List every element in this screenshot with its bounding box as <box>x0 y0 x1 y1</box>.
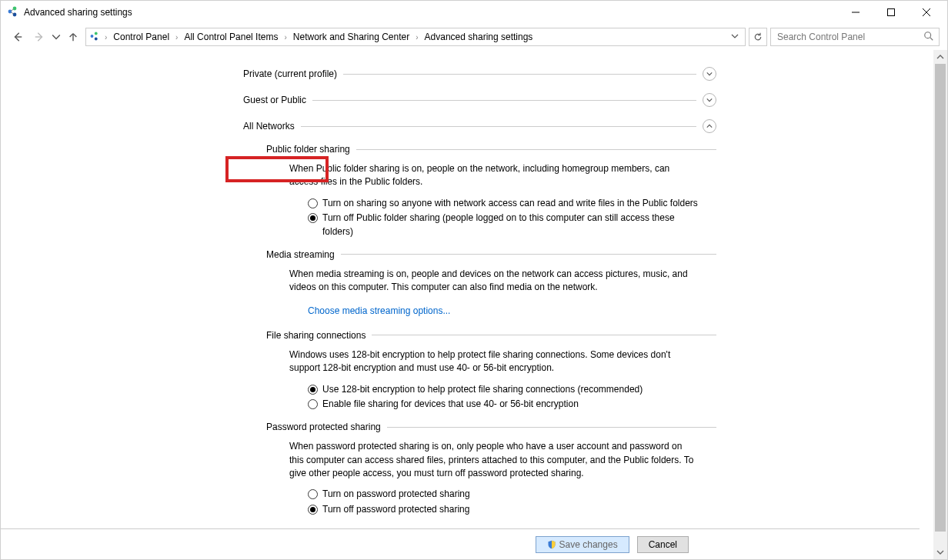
maximize-button[interactable] <box>873 1 909 24</box>
chevron-right-icon: › <box>282 33 288 42</box>
search-input[interactable] <box>776 31 906 43</box>
section-media-streaming: Media streaming <box>266 249 716 260</box>
breadcrumb-item[interactable]: Network and Sharing Center <box>292 30 411 44</box>
chevron-up-icon[interactable] <box>703 119 716 133</box>
refresh-button[interactable] <box>749 28 767 46</box>
section-public-folder-sharing: Public folder sharing <box>266 144 716 155</box>
media-description: When media streaming is on, people and d… <box>289 268 697 295</box>
scroll-down-icon[interactable] <box>933 545 947 559</box>
vertical-scrollbar[interactable] <box>933 50 947 559</box>
section-heading: Public folder sharing <box>266 144 356 155</box>
radio-icon <box>308 505 318 515</box>
address-bar[interactable]: › Control Panel › All Control Panel Item… <box>85 28 746 46</box>
svg-line-4 <box>12 12 14 14</box>
pps-description: When password protected sharing is on, o… <box>289 440 697 480</box>
shield-icon <box>547 540 556 549</box>
cancel-button[interactable]: Cancel <box>637 536 689 553</box>
fsc-description: Windows uses 128-bit encryption to help … <box>289 348 697 375</box>
address-dropdown-icon[interactable] <box>728 32 742 42</box>
radio-pfs-on[interactable]: Turn on sharing so anyone with network a… <box>308 197 716 210</box>
svg-point-11 <box>91 35 94 38</box>
radio-icon <box>308 213 318 223</box>
breadcrumb-item[interactable]: Control Panel <box>112 30 171 44</box>
media-streaming-link[interactable]: Choose media streaming options... <box>308 305 450 316</box>
back-button[interactable] <box>8 28 27 46</box>
profile-guest-label: Guest or Public <box>243 95 306 105</box>
chevron-right-icon: › <box>103 33 108 42</box>
nav-row: › Control Panel › All Control Panel Item… <box>1 24 947 50</box>
app-icon <box>7 5 19 20</box>
history-dropdown[interactable] <box>52 28 61 46</box>
radio-icon <box>308 399 318 409</box>
search-box[interactable] <box>770 28 940 46</box>
window-title: Advanced sharing settings <box>24 7 132 18</box>
section-heading: Media streaming <box>266 249 341 260</box>
radio-icon <box>308 198 318 208</box>
radio-label: Use 128-bit encryption to help protect f… <box>322 383 699 396</box>
up-button[interactable] <box>64 28 82 46</box>
section-heading: Password protected sharing <box>266 422 387 432</box>
close-button[interactable] <box>909 1 944 24</box>
radio-pfs-off[interactable]: Turn off Public folder sharing (people l… <box>308 212 716 238</box>
pfs-description: When Public folder sharing is on, people… <box>289 162 697 189</box>
title-bar: Advanced sharing settings <box>1 1 947 24</box>
svg-point-12 <box>95 32 98 35</box>
radio-label: Turn off Public folder sharing (people l… <box>322 212 699 238</box>
radio-icon <box>308 489 318 499</box>
chevron-down-icon[interactable] <box>703 67 716 81</box>
button-label: Cancel <box>649 539 677 550</box>
chevron-right-icon: › <box>414 33 419 42</box>
radio-label: Enable file sharing for devices that use… <box>322 398 699 411</box>
radio-label: Turn off password protected sharing <box>322 503 699 516</box>
location-icon <box>89 31 100 44</box>
profile-all-networks-header[interactable]: All Networks <box>243 113 716 139</box>
button-label: Save changes <box>559 539 618 550</box>
search-icon <box>923 31 934 44</box>
svg-rect-6 <box>888 9 895 16</box>
svg-line-3 <box>12 9 14 11</box>
breadcrumb-item[interactable]: Advanced sharing settings <box>423 30 535 44</box>
chevron-down-icon[interactable] <box>703 93 716 107</box>
radio-label: Turn on password protected sharing <box>322 488 699 501</box>
svg-line-15 <box>930 37 933 40</box>
chevron-right-icon: › <box>174 33 179 42</box>
radio-icon <box>308 385 318 395</box>
radio-label: Turn on sharing so anyone with network a… <box>322 197 699 210</box>
scroll-up-icon[interactable] <box>933 50 947 64</box>
section-heading: File sharing connections <box>266 330 372 341</box>
section-password-protected-sharing: Password protected sharing <box>266 422 716 432</box>
scrollbar-thumb[interactable] <box>935 64 946 532</box>
breadcrumb-item[interactable]: All Control Panel Items <box>182 30 279 44</box>
svg-point-14 <box>925 32 931 38</box>
profile-guest-header[interactable]: Guest or Public <box>243 87 716 113</box>
radio-fsc-128[interactable]: Use 128-bit encryption to help protect f… <box>308 383 716 396</box>
svg-point-13 <box>95 37 98 40</box>
section-file-sharing-connections: File sharing connections <box>266 330 716 341</box>
save-changes-button[interactable]: Save changes <box>536 536 629 553</box>
forward-button[interactable] <box>30 28 48 46</box>
footer-bar: Save changes Cancel <box>1 528 920 559</box>
radio-pps-on[interactable]: Turn on password protected sharing <box>308 488 716 501</box>
profile-all-networks-label: All Networks <box>243 121 295 132</box>
profile-private-header[interactable]: Private (current profile) <box>243 61 716 87</box>
minimize-button[interactable] <box>838 1 873 24</box>
radio-pps-off[interactable]: Turn off password protected sharing <box>308 503 716 516</box>
profile-private-label: Private (current profile) <box>243 68 337 79</box>
radio-fsc-4056[interactable]: Enable file sharing for devices that use… <box>308 398 716 411</box>
